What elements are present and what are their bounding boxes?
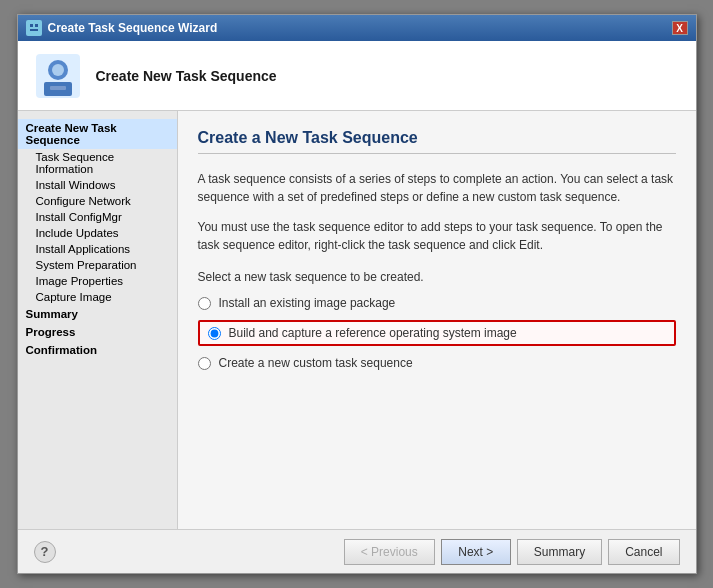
cancel-button[interactable]: Cancel — [608, 539, 679, 565]
title-bar: Create Task Sequence Wizard X — [18, 15, 696, 41]
next-button[interactable]: Next > — [441, 539, 511, 565]
sidebar-item-image-properties[interactable]: Image Properties — [18, 273, 177, 289]
description-text-1: A task sequence consists of a series of … — [198, 170, 676, 206]
sidebar-item-include-updates[interactable]: Include Updates — [18, 225, 177, 241]
description-text-2: You must use the task sequence editor to… — [198, 218, 676, 254]
radio-install-existing[interactable] — [198, 297, 211, 310]
sidebar-item-progress[interactable]: Progress — [18, 323, 177, 341]
header-title: Create New Task Sequence — [96, 68, 277, 84]
sidebar-item-install-windows[interactable]: Install Windows — [18, 177, 177, 193]
svg-rect-8 — [50, 86, 66, 90]
wizard-icon — [34, 52, 82, 100]
sidebar-item-capture-image[interactable]: Capture Image — [18, 289, 177, 305]
wizard-window: Create Task Sequence Wizard X Create New… — [17, 14, 697, 574]
select-label: Select a new task sequence to be created… — [198, 270, 676, 284]
main-panel: Create a New Task Sequence A task sequen… — [178, 111, 696, 529]
content-area: Create New Task Sequence Task Sequence I… — [18, 111, 696, 529]
radio-build-capture[interactable] — [208, 327, 221, 340]
radio-option-custom-sequence: Create a new custom task sequence — [198, 354, 676, 372]
sidebar-item-summary[interactable]: Summary — [18, 305, 177, 323]
sidebar-item-install-configmgr[interactable]: Install ConfigMgr — [18, 209, 177, 225]
title-bar-icon — [26, 20, 42, 36]
header-panel: Create New Task Sequence — [18, 41, 696, 111]
svg-rect-3 — [30, 29, 38, 31]
footer-left: ? — [34, 541, 56, 563]
title-bar-left: Create Task Sequence Wizard — [26, 20, 218, 36]
close-button[interactable]: X — [672, 21, 688, 35]
help-button[interactable]: ? — [34, 541, 56, 563]
title-bar-title: Create Task Sequence Wizard — [48, 21, 218, 35]
sidebar-item-task-sequence-information[interactable]: Task Sequence Information — [18, 149, 177, 177]
svg-rect-1 — [30, 24, 33, 27]
radio-build-capture-label[interactable]: Build and capture a reference operating … — [229, 326, 517, 340]
sidebar-item-confirmation[interactable]: Confirmation — [18, 341, 177, 359]
main-title: Create a New Task Sequence — [198, 129, 676, 154]
radio-custom-sequence-label[interactable]: Create a new custom task sequence — [219, 356, 413, 370]
footer: ? < Previous Next > Summary Cancel — [18, 529, 696, 573]
previous-button[interactable]: < Previous — [344, 539, 435, 565]
svg-rect-2 — [35, 24, 38, 27]
footer-buttons: < Previous Next > Summary Cancel — [344, 539, 680, 565]
radio-option-install-existing: Install an existing image package — [198, 294, 676, 312]
sidebar-item-create-new-task-sequence[interactable]: Create New Task Sequence — [18, 119, 177, 149]
summary-button[interactable]: Summary — [517, 539, 602, 565]
sidebar-item-install-applications[interactable]: Install Applications — [18, 241, 177, 257]
sidebar: Create New Task Sequence Task Sequence I… — [18, 111, 178, 529]
radio-custom-sequence[interactable] — [198, 357, 211, 370]
sidebar-item-system-preparation[interactable]: System Preparation — [18, 257, 177, 273]
svg-point-7 — [52, 64, 64, 76]
radio-install-existing-label[interactable]: Install an existing image package — [219, 296, 396, 310]
svg-rect-0 — [28, 22, 40, 34]
sidebar-item-configure-network[interactable]: Configure Network — [18, 193, 177, 209]
radio-option-build-capture: Build and capture a reference operating … — [198, 320, 676, 346]
